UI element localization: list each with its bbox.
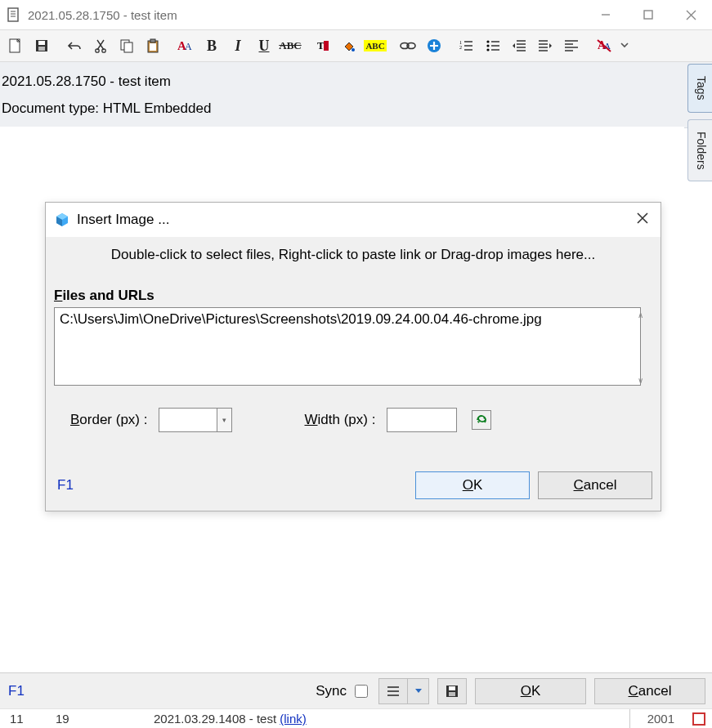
indent-button[interactable]	[533, 33, 558, 58]
svg-rect-16	[324, 41, 329, 51]
width-input[interactable]	[387, 408, 457, 432]
cut-button[interactable]	[88, 33, 113, 58]
minimize-button[interactable]	[584, 0, 627, 29]
align-button[interactable]	[559, 33, 584, 58]
highlight-button[interactable]: ABC	[363, 33, 387, 58]
dialog-f1-help-link[interactable]: F1	[54, 477, 407, 494]
files-urls-label: Files and URLs	[54, 288, 652, 304]
close-button[interactable]	[669, 0, 712, 29]
svg-rect-9	[124, 42, 132, 52]
outdent-button[interactable]	[507, 33, 531, 58]
border-dropdown-button[interactable]: ▾	[217, 409, 231, 431]
document-type-label: Document type:	[2, 100, 99, 116]
bullet-list-button[interactable]	[481, 33, 505, 58]
add-button[interactable]	[422, 33, 446, 58]
remove-format-button[interactable]: AA	[592, 33, 616, 58]
window-title: 2021.05.28.1750 - test item	[28, 8, 584, 22]
paste-button[interactable]	[141, 33, 165, 58]
fill-color-button[interactable]	[337, 33, 361, 58]
peek-col-2: 19	[56, 712, 154, 726]
undo-button[interactable]	[62, 33, 87, 58]
maximize-button[interactable]	[627, 0, 669, 29]
new-button[interactable]	[3, 33, 28, 58]
svg-rect-0	[8, 8, 18, 21]
window-titlebar: 2021.05.28.1750 - test item	[0, 0, 712, 29]
toolbar-overflow-button[interactable]	[618, 33, 631, 58]
footer-f1-help-link[interactable]: F1	[7, 683, 25, 699]
svg-rect-12	[150, 43, 156, 51]
view-list-dropdown[interactable]	[408, 678, 429, 704]
peek-link[interactable]: (link)	[280, 712, 307, 726]
link-button[interactable]	[396, 33, 420, 58]
document-icon	[7, 7, 21, 23]
side-tabs: Tags Folders	[687, 64, 712, 181]
bold-button[interactable]: B	[199, 33, 224, 58]
textarea-scrollbar[interactable]: ∧ ∨	[638, 310, 651, 385]
border-input[interactable]	[159, 409, 217, 431]
dialog-title: Insert Image ...	[77, 212, 633, 228]
svg-rect-5	[38, 47, 45, 51]
border-label: Border (px) :	[70, 412, 147, 428]
dialog-close-button[interactable]	[633, 212, 652, 227]
dialog-ok-button[interactable]: OK	[415, 471, 530, 499]
underline-button[interactable]: U	[252, 33, 276, 58]
italic-button[interactable]: I	[226, 33, 250, 58]
document-type-row: Document type: HTML Embedded	[2, 97, 709, 119]
svg-rect-1	[644, 11, 652, 19]
svg-text:T: T	[317, 39, 325, 51]
insert-image-dialog: Insert Image ... Double-click to select …	[45, 202, 661, 511]
main-toolbar: AA B I U ABC T ABC 12 AA	[0, 29, 712, 62]
tab-folders[interactable]: Folders	[687, 119, 712, 182]
svg-text:A: A	[185, 41, 192, 52]
sync-control: Sync	[316, 682, 370, 700]
files-urls-input[interactable]	[54, 307, 641, 386]
svg-rect-11	[150, 39, 155, 42]
tab-tags[interactable]: Tags	[687, 64, 712, 113]
sync-label: Sync	[316, 683, 347, 699]
app-cube-icon	[54, 212, 70, 228]
view-list-button[interactable]	[378, 678, 408, 704]
document-info-strip: 2021.05.28.1750 - test item Document typ…	[0, 62, 712, 128]
svg-point-24	[486, 44, 489, 47]
scroll-down-icon[interactable]: ∨	[638, 376, 651, 385]
dialog-cancel-button[interactable]: Cancel	[538, 471, 652, 499]
strike-button[interactable]: ABC	[278, 33, 302, 58]
numbered-list-button[interactable]: 12	[455, 33, 479, 58]
footer-cancel-button[interactable]: Cancel	[594, 678, 705, 704]
footer-bar: F1 Sync OK Cancel	[0, 672, 712, 708]
scroll-up-icon[interactable]: ∧	[638, 310, 651, 319]
border-combo[interactable]: ▾	[159, 408, 232, 432]
peek-col-1: 11	[7, 712, 56, 726]
peek-col-3: 2021.03.29.1408 - test (link)	[154, 712, 625, 726]
svg-point-25	[486, 48, 489, 51]
font-button[interactable]: AA	[173, 33, 198, 58]
width-label: Width (px) :	[304, 412, 375, 428]
grid-peek-row: 11 19 2021.03.29.1408 - test (link) 2001	[0, 708, 712, 728]
peek-marker-icon	[692, 712, 705, 726]
refresh-size-button[interactable]	[472, 410, 491, 430]
peek-sep	[629, 709, 643, 728]
svg-rect-29	[449, 686, 455, 690]
svg-point-23	[486, 40, 489, 42]
svg-rect-30	[449, 692, 455, 696]
document-type-value: HTML Embedded	[103, 100, 212, 116]
copy-button[interactable]	[114, 33, 139, 58]
svg-text:2: 2	[459, 45, 462, 50]
footer-ok-button[interactable]: OK	[475, 678, 586, 704]
peek-year: 2001	[647, 712, 674, 726]
dialog-hint-text: Double-click to select files, Right-clic…	[46, 237, 661, 288]
footer-save-button[interactable]	[437, 678, 467, 704]
sync-checkbox[interactable]	[355, 685, 368, 698]
document-title-text: 2021.05.28.1750 - test item	[2, 70, 709, 92]
save-button[interactable]	[29, 33, 54, 58]
text-color-button[interactable]: T	[311, 33, 335, 58]
svg-point-17	[352, 48, 355, 51]
svg-rect-4	[38, 41, 45, 45]
dialog-titlebar: Insert Image ...	[46, 203, 661, 237]
